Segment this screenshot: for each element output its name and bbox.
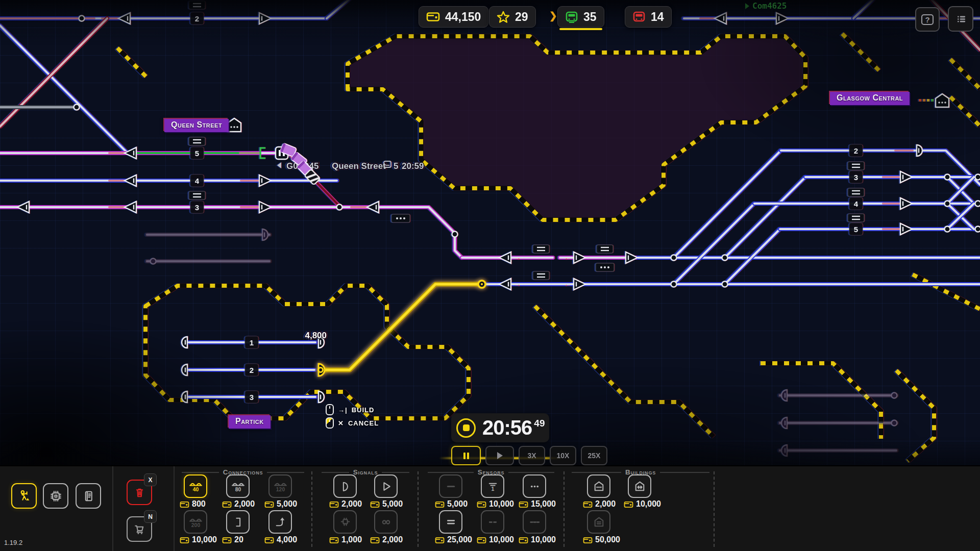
- pause-button[interactable]: [451, 446, 481, 465]
- station-badge-queen-street[interactable]: Queen Street: [164, 119, 229, 132]
- tool-multi-sensor[interactable]: 15,000: [519, 474, 558, 509]
- price: 10,000: [624, 499, 664, 509]
- price: 800: [180, 499, 219, 509]
- active-trains-underline: [559, 28, 602, 30]
- tool-switch[interactable]: 4,000: [264, 510, 304, 544]
- train-red-icon: [632, 11, 646, 23]
- speed-3x-button[interactable]: 3X: [519, 446, 545, 465]
- station-badge-partick[interactable]: Partick: [229, 415, 271, 429]
- tool-track-40[interactable]: 40 800: [180, 474, 219, 509]
- route-arrow-icon: →: [514, 280, 521, 288]
- build-toolbar: 1.19.2 X: [0, 465, 980, 551]
- platform-label: 4: [195, 177, 200, 185]
- station-badge-glasgow-central[interactable]: Glasgow Central: [830, 92, 910, 105]
- tool-sensor-two[interactable]: 10,000: [477, 510, 517, 544]
- automation-mode-button[interactable]: [43, 483, 68, 509]
- route-arrow-icon: ←: [564, 254, 571, 262]
- station-house-icon: [592, 480, 606, 493]
- svg-text:40: 40: [192, 487, 199, 492]
- price: 50,000: [583, 535, 623, 544]
- version-label: 1.19.2: [4, 539, 22, 546]
- glasgow-house-group[interactable]: [919, 94, 949, 107]
- tool-track-120[interactable]: 120 5,000: [264, 474, 304, 509]
- section-signals: Signals 2,000 5,000 1,000 2,000: [317, 466, 413, 551]
- star-icon: [497, 11, 510, 23]
- tool-sensor-three[interactable]: 10,000: [519, 510, 558, 544]
- tool-auto-block[interactable]: 2,000: [370, 510, 410, 544]
- train-destination: Queen Street: [332, 161, 386, 171]
- auto-signal-icon: [379, 480, 393, 493]
- speed-10x-button[interactable]: 10X: [550, 446, 576, 465]
- tool-signal[interactable]: 2,000: [329, 474, 369, 509]
- tool-station[interactable]: 2,000: [583, 474, 623, 509]
- platform-label: 3: [250, 393, 254, 402]
- tool-sensor[interactable]: 5,000: [435, 474, 475, 509]
- svg-text:80: 80: [235, 487, 241, 492]
- infinity-icon: [379, 515, 393, 529]
- tool-gate[interactable]: 1,000: [329, 510, 369, 544]
- tool-track-80[interactable]: 80 2,000: [222, 474, 262, 509]
- gate-icon: [338, 515, 352, 529]
- section-connections: Connections 40 800 80 2,000 120 5,000 20…: [178, 466, 308, 551]
- divider: [112, 466, 113, 551]
- build-mode-button[interactable]: [11, 483, 37, 509]
- waiting-trains-badge[interactable]: 14: [625, 6, 672, 28]
- menu-button[interactable]: [948, 6, 973, 32]
- hotkey-demolish: X: [144, 473, 157, 486]
- price: 2,000: [329, 499, 369, 509]
- tool-track-200[interactable]: 200 10,000: [180, 510, 219, 544]
- build-arrow-icon: →|: [338, 406, 348, 414]
- platform-label: 3: [854, 173, 858, 182]
- routed-node[interactable]: [478, 281, 485, 288]
- routed-signal[interactable]: [318, 364, 325, 376]
- price: 15,000: [519, 499, 558, 509]
- svg-text:200: 200: [191, 522, 200, 528]
- cancel-x-icon: ✕: [338, 419, 344, 427]
- active-trains-badge[interactable]: 35: [557, 6, 604, 28]
- route-arrow-icon: ←: [564, 280, 571, 288]
- switch-icon: [274, 515, 287, 529]
- price: 10,000: [477, 499, 517, 509]
- dispatch-map[interactable]: → ← → ← 2 5 4: [0, 0, 980, 465]
- tool-platform-sensor[interactable]: 1 10,000: [477, 474, 517, 509]
- price: 5,000: [435, 499, 475, 509]
- speed-25x-button[interactable]: 25X: [581, 446, 607, 465]
- clock-panel: 20:56 49: [451, 413, 549, 442]
- tool-depot[interactable]: 50,000: [583, 510, 623, 544]
- divider-dashed: [418, 471, 419, 547]
- station-house-icon[interactable]: [228, 118, 241, 132]
- price: 2,000: [583, 499, 623, 509]
- tool-platform-extension[interactable]: 10,000: [624, 474, 664, 509]
- price: 10,000: [477, 535, 517, 544]
- timetable-mode-button[interactable]: [76, 483, 101, 509]
- platform-label: 4: [854, 199, 859, 208]
- help-button[interactable]: ?: [915, 7, 940, 32]
- double-line-icon: [444, 515, 458, 529]
- journal-icon: [82, 489, 95, 503]
- price: 4,000: [264, 535, 304, 544]
- build-cancel-tooltip: →|BUILD ✕CANCEL: [326, 403, 379, 430]
- buffer-stop-icon: [231, 515, 245, 529]
- build-label: BUILD: [352, 406, 375, 414]
- speed-controls: 3X 10X 25X: [451, 446, 607, 465]
- dots-sensor-icon: [528, 480, 542, 493]
- menu-list-icon: [954, 12, 968, 26]
- session-label: Com4625: [745, 1, 787, 11]
- platform-label: 1: [250, 338, 254, 347]
- price: 5,000: [370, 499, 410, 509]
- tool-double-sensor[interactable]: 25,000: [435, 510, 475, 544]
- rail-route-game: → ← → ← 2 5 4: [0, 0, 980, 551]
- track-label: 2: [195, 14, 199, 23]
- price: 2,000: [370, 535, 410, 544]
- collapse-arrow-icon[interactable]: [277, 162, 281, 168]
- divider-dashed: [714, 471, 715, 547]
- two-dash-icon: [486, 515, 500, 529]
- tool-buffer-stop[interactable]: 20: [222, 510, 262, 544]
- tool-auto-signal[interactable]: 5,000: [370, 474, 410, 509]
- clock-pause-icon: [456, 418, 476, 438]
- pause-icon: [463, 453, 469, 459]
- train-arrival: 20:59: [402, 161, 424, 171]
- extend-house-icon: [633, 480, 647, 493]
- play-button[interactable]: [485, 446, 514, 465]
- station-house-icon[interactable]: [936, 94, 949, 107]
